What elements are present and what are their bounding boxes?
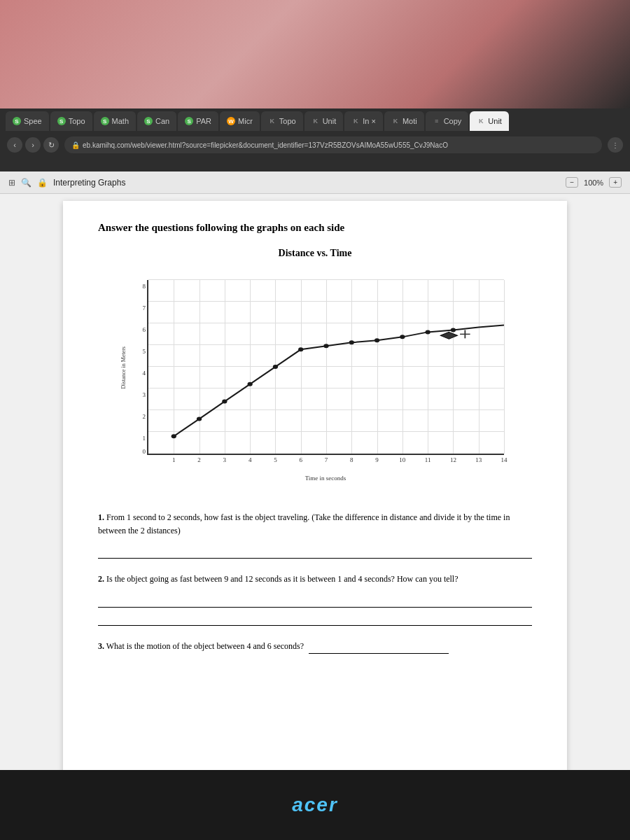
answer-line-1 (98, 545, 532, 559)
forward-button[interactable]: › (25, 137, 41, 153)
svg-point-4 (273, 365, 278, 369)
tab-label-spee: Spee (24, 117, 42, 125)
chart-svg (148, 280, 504, 454)
tab-label-par: PAR (196, 117, 211, 125)
tab-icon-moti: K (391, 117, 400, 125)
tab-icon-par: S (185, 117, 193, 125)
tab-icon-topo2: K (268, 117, 276, 125)
question-3: 3. What is the motion of the object betw… (98, 640, 532, 654)
lock-small-icon: 🔒 (37, 178, 48, 188)
y-tick-0: 0 (132, 448, 146, 455)
tab-micr[interactable]: W Micr (220, 111, 260, 131)
tab-label-can: Can (155, 117, 169, 125)
answer-line-2a (98, 594, 532, 608)
tab-label-in: In × (363, 117, 376, 125)
tab-topo1[interactable]: S Topo (50, 111, 92, 131)
tab-label-math: Math (112, 117, 129, 125)
svg-point-6 (323, 344, 328, 348)
question-1: 1. From 1 second to 2 seconds, how fast … (98, 511, 532, 559)
tab-icon-unit1: K (312, 117, 320, 125)
browser-chrome: S Spee S Topo S Math S Can S PAR W Micr … (0, 108, 630, 172)
tab-icon-unit2: K (477, 117, 485, 125)
svg-point-10 (426, 330, 430, 334)
extensions-button[interactable]: ⋮ (608, 137, 623, 153)
zoom-out-button[interactable]: − (566, 177, 578, 188)
tab-bar: S Spee S Topo S Math S Can S PAR W Micr … (0, 108, 630, 134)
tab-label-unit2: Unit (488, 117, 502, 125)
zoom-level: 100% (584, 178, 603, 187)
nav-controls: ‹ › ↻ (7, 137, 59, 153)
tab-icon-micr: W (227, 117, 235, 125)
url-text: eb.kamihq.com/web/viewer.html?source=fil… (83, 141, 448, 149)
chart-plot-area: 1 2 3 4 5 6 (147, 280, 504, 455)
svg-point-2 (222, 400, 227, 404)
svg-point-0 (172, 434, 176, 438)
tab-icon-copy: ≡ (433, 117, 441, 125)
question-2-text: 2. Is the object going as fast between 9… (98, 573, 532, 586)
top-background (0, 0, 630, 112)
acer-logo: acer (292, 794, 338, 816)
question-1-text: 1. From 1 second to 2 seconds, how fast … (98, 511, 532, 538)
svg-point-7 (349, 340, 354, 344)
tab-in[interactable]: K In × (344, 111, 383, 131)
search-icon: 🔍 (21, 178, 31, 188)
tab-can[interactable]: S Can (137, 111, 176, 131)
tab-math[interactable]: S Math (94, 111, 136, 131)
svg-point-3 (248, 382, 253, 386)
tab-spee[interactable]: S Spee (6, 111, 49, 131)
tab-par[interactable]: S PAR (178, 111, 218, 131)
toolbar-right: − 100% + (566, 177, 622, 188)
tab-topo2[interactable]: K Topo (261, 111, 303, 131)
tab-label-topo2: Topo (279, 117, 296, 125)
zoom-in-button[interactable]: + (609, 177, 622, 188)
reload-button[interactable]: ↻ (43, 137, 59, 153)
y-axis-label: Distance in Meters (120, 346, 127, 388)
tab-icon-spee: S (13, 117, 21, 125)
tab-icon-math: S (101, 117, 109, 125)
address-bar-row: ‹ › ↻ 🔒 eb.kamihq.com/web/viewer.html?so… (0, 134, 630, 156)
tab-icon-topo1: S (57, 117, 66, 125)
tab-label-topo1: Topo (69, 117, 85, 125)
svg-point-11 (451, 328, 456, 332)
tab-copy[interactable]: ≡ Copy (426, 111, 469, 131)
lock-icon: 🔒 (71, 141, 80, 149)
answer-line-2b (98, 612, 532, 626)
document-heading: Answer the questions following the graph… (98, 222, 532, 234)
svg-point-1 (197, 416, 202, 421)
question-2: 2. Is the object going as fast between 9… (98, 573, 532, 625)
layout-icon: ⊞ (8, 178, 15, 188)
svg-point-8 (374, 338, 379, 342)
address-bar[interactable]: 🔒 eb.kamihq.com/web/viewer.html?source=f… (64, 136, 602, 153)
tab-label-micr: Micr (238, 117, 253, 125)
tab-unit2[interactable]: K Unit (470, 111, 509, 131)
content-area: ⊞ 🔍 🔒 Interpreting Graphs − 100% + Answe… (0, 172, 630, 770)
svg-marker-12 (440, 332, 457, 339)
chart-title: Distance vs. Time (98, 248, 532, 259)
svg-point-9 (400, 335, 405, 339)
svg-point-5 (298, 347, 303, 351)
tab-moti[interactable]: K Moti (384, 111, 424, 131)
tab-icon-can: S (144, 117, 153, 125)
tab-icon-in: K (351, 117, 360, 125)
tab-label-moti: Moti (402, 117, 417, 125)
tab-unit1[interactable]: K Unit (304, 111, 344, 131)
answer-lines-q2 (98, 594, 532, 626)
toolbar-title: Interpreting Graphs (53, 178, 125, 188)
grid-v-14: 14 (504, 280, 505, 454)
toolbar-strip: ⊞ 🔍 🔒 Interpreting Graphs − 100% + (0, 172, 630, 194)
x-axis-label: Time in seconds (305, 475, 346, 482)
chart-container: Distance in Meters 1 2 3 4 (112, 266, 518, 490)
tab-label-unit1: Unit (323, 117, 337, 125)
question-3-text: 3. What is the motion of the object betw… (98, 640, 532, 654)
tab-label-copy: Copy (444, 117, 462, 125)
taskbar: acer (0, 770, 630, 840)
browser-actions: ⋮ (608, 137, 623, 153)
back-button[interactable]: ‹ (7, 137, 22, 153)
document: Answer the questions following the graph… (63, 201, 567, 770)
